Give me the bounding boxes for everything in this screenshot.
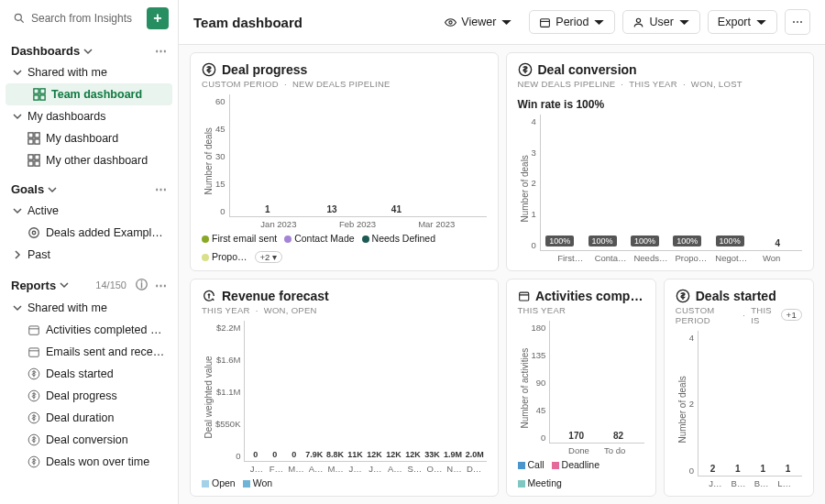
target-icon	[28, 226, 40, 239]
card-deal-progress: Deal progress CUSTOM PERIODNEW DEALS PIP…	[190, 52, 499, 271]
eye-icon	[445, 16, 456, 28]
tree-item-report[interactable]: Deal conversion	[0, 429, 178, 451]
grid-icon	[28, 132, 40, 145]
calendar-icon	[28, 345, 40, 358]
svg-rect-6	[28, 133, 33, 137]
section-goals[interactable]: Goals ⋯	[0, 179, 178, 200]
tree-group-past[interactable]: Past	[0, 244, 178, 266]
search-input[interactable]: Search from Insights	[9, 8, 141, 28]
dollar-icon	[28, 389, 40, 402]
tree-item-report[interactable]: Deal duration	[0, 407, 178, 429]
svg-point-15	[32, 231, 36, 235]
svg-point-14	[29, 228, 39, 238]
section-reports[interactable]: Reports 14/150 ⓘ ⋯	[0, 273, 178, 297]
caret-down-icon	[593, 16, 605, 28]
sub-more-chip[interactable]: +1	[781, 309, 802, 321]
card-revenue-forecast: Revenue forecast THIS YEARWON, OPEN Deal…	[190, 279, 499, 498]
tree-item-report[interactable]: Activities completed an…	[0, 319, 178, 341]
legend-more-chip[interactable]: +2 ▾	[255, 251, 282, 263]
tree-group-my-dashboards[interactable]: My dashboards	[0, 105, 178, 127]
grid-icon	[28, 154, 40, 167]
svg-rect-2	[34, 89, 38, 93]
dollar-icon	[676, 289, 690, 303]
dollar-icon	[28, 455, 40, 468]
chevron-down-icon	[60, 280, 69, 290]
dollar-icon	[518, 62, 533, 77]
tree-item-my-other-dashboard[interactable]: My other dashboard	[0, 149, 178, 171]
viewer-dropdown[interactable]: Viewer	[435, 11, 522, 33]
chart-activities-completed: Number of activities 18013590450 17082 D…	[518, 321, 644, 456]
tree-item-report[interactable]: Deal progress	[0, 385, 178, 407]
calendar-icon	[539, 16, 551, 28]
tree-item-report[interactable]: Deals won over time	[0, 451, 178, 473]
tree-group-active[interactable]: Active	[0, 200, 178, 222]
svg-rect-18	[29, 348, 39, 356]
card-activities-completed: Activities complete… THIS YEAR Number of…	[506, 279, 656, 498]
svg-rect-26	[541, 18, 550, 27]
svg-rect-7	[35, 133, 39, 137]
user-dropdown[interactable]: User	[622, 10, 699, 34]
chevron-down-icon	[13, 303, 22, 312]
sidebar: Search from Insights + Dashboards ⋯ Shar…	[0, 0, 179, 504]
user-icon	[632, 16, 644, 28]
chevron-down-icon	[13, 112, 22, 121]
svg-rect-10	[28, 155, 33, 159]
svg-rect-8	[28, 139, 33, 144]
tree-group-shared[interactable]: Shared with me	[0, 61, 178, 83]
svg-rect-3	[40, 89, 45, 93]
add-button[interactable]: +	[147, 7, 169, 29]
tree-item-my-dashboard[interactable]: My dashboard	[0, 127, 178, 149]
svg-rect-9	[35, 139, 39, 144]
dollar-icon	[28, 433, 40, 446]
export-dropdown[interactable]: Export	[708, 10, 777, 34]
dollar-icon	[202, 62, 216, 77]
more-button[interactable]: ⋯	[785, 9, 810, 35]
tree-group-reports-shared[interactable]: Shared with me	[0, 297, 178, 319]
svg-rect-4	[34, 95, 38, 100]
chevron-down-icon	[13, 68, 22, 77]
dollar-icon	[28, 411, 40, 424]
chart-deal-progress: Number of deals 604530150 11341 Jan 2023…	[202, 94, 487, 229]
period-dropdown[interactable]: Period	[529, 10, 615, 34]
svg-point-28	[637, 18, 641, 22]
caret-down-icon	[500, 16, 512, 28]
section-dashboards[interactable]: Dashboards ⋯	[0, 40, 178, 61]
svg-rect-16	[29, 326, 39, 334]
svg-line-1	[21, 20, 24, 23]
calendar-icon	[518, 289, 530, 303]
search-icon	[13, 12, 26, 25]
chevron-right-icon	[13, 250, 22, 259]
calendar-icon	[28, 323, 40, 336]
card-deal-conversion: Deal conversion NEW DEALS PIPELINETHIS Y…	[506, 52, 815, 271]
chart-revenue-forecast: Deal weighted value $2.2M$1.6M$1.1M$550K…	[202, 321, 487, 475]
tree-item-deals-added-example[interactable]: Deals added Example t…	[0, 222, 178, 244]
svg-rect-12	[28, 161, 33, 166]
caret-down-icon	[755, 16, 767, 28]
topbar: Team dashboard Viewer Period User Export…	[179, 0, 825, 45]
svg-rect-13	[35, 161, 39, 166]
chart-deals-started: Number of deals 420 2111 J…B…B…L…	[676, 331, 802, 489]
svg-rect-11	[35, 155, 39, 159]
grid-icon	[33, 88, 46, 101]
svg-point-0	[15, 14, 21, 20]
tree-item-report[interactable]: Deals started	[0, 363, 178, 385]
chevron-down-icon	[13, 206, 22, 215]
refresh-dollar-icon	[202, 289, 216, 303]
chevron-down-icon	[83, 47, 93, 56]
card-deals-started: Deals started CUSTOM PERIODTHIS IS +1 Nu…	[664, 279, 814, 498]
chevron-down-icon	[48, 185, 57, 194]
tree-item-report[interactable]: Emails sent and received	[0, 341, 178, 363]
page-title: Team dashboard	[193, 15, 428, 30]
chart-deal-conversion: Number of deals 43210 4100%4100%4100%410…	[518, 115, 803, 263]
svg-rect-31	[519, 292, 528, 301]
tree-item-team-dashboard[interactable]: Team dashboard	[6, 83, 172, 105]
main: Team dashboard Viewer Period User Export…	[179, 0, 825, 504]
svg-rect-5	[40, 95, 45, 100]
caret-down-icon	[678, 16, 690, 28]
svg-point-25	[449, 20, 452, 23]
win-rate-text: Win rate is 100%	[518, 98, 803, 111]
dollar-icon	[28, 367, 40, 380]
